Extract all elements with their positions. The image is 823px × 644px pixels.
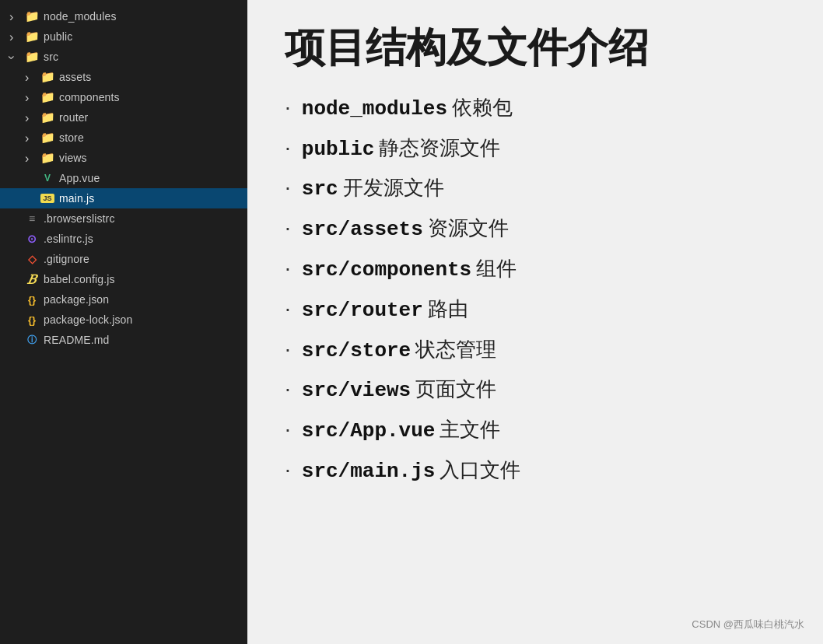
bullet-code: src/main.js bbox=[302, 459, 436, 485]
bullet-dot: · bbox=[285, 214, 291, 242]
bullet-dot: · bbox=[285, 335, 291, 363]
chevron-icon bbox=[9, 313, 22, 326]
sidebar-item-public[interactable]: ›📁public bbox=[0, 26, 247, 47]
bullet-code: src/router bbox=[302, 298, 423, 324]
sidebar-item-package-json[interactable]: {}package.json bbox=[0, 289, 247, 310]
bullet-dot: · bbox=[285, 295, 291, 323]
sidebar-item-package-lock[interactable]: {}package-lock.json bbox=[0, 310, 247, 330]
bullet-code: node_modules bbox=[302, 96, 447, 123]
folder-icon: 📁 bbox=[40, 90, 54, 104]
folder-icon: 📁 bbox=[25, 30, 39, 44]
page-title: 项目结构及文件介绍 bbox=[285, 25, 786, 72]
bullet-dot: · bbox=[285, 173, 291, 201]
bullet-desc: 开发源文件 bbox=[343, 175, 444, 201]
sidebar-item-src[interactable]: ›📁src bbox=[0, 47, 247, 67]
json-icon: {} bbox=[25, 313, 39, 327]
sidebar-item-label: main.js bbox=[59, 192, 94, 205]
folder-icon: 📁 bbox=[25, 9, 39, 23]
sidebar-item-label: App.vue bbox=[59, 172, 100, 184]
bullet-code: src/store bbox=[302, 338, 411, 365]
sidebar-item-router[interactable]: ›📁router bbox=[0, 107, 247, 128]
sidebar-item-assets[interactable]: ›📁assets bbox=[0, 67, 247, 87]
bullet-code: public bbox=[302, 137, 375, 163]
git-icon: ◇ bbox=[25, 252, 39, 266]
bullet-desc: 入口文件 bbox=[440, 457, 520, 484]
sidebar-item-label: src bbox=[44, 51, 58, 63]
babel-icon: 𝐵 bbox=[25, 272, 39, 286]
sidebar-item-readme[interactable]: ⓘREADME.md bbox=[0, 330, 247, 350]
js-icon: JS bbox=[40, 191, 54, 205]
chevron-icon bbox=[25, 192, 37, 205]
bullet-desc: 路由 bbox=[428, 296, 468, 323]
bullet-code: src/components bbox=[302, 257, 471, 284]
sidebar-item-gitignore[interactable]: ◇.gitignore bbox=[0, 249, 247, 269]
folder-icon: 📁 bbox=[40, 70, 54, 84]
sidebar-item-label: README.md bbox=[44, 334, 110, 346]
bullet-desc: 资源文件 bbox=[428, 215, 509, 242]
bullet-list: ·node_modules 依赖包·public 静态资源文件·src 开发源文… bbox=[285, 93, 786, 485]
sidebar-item-label: .gitignore bbox=[44, 253, 89, 265]
sidebar-item-main-js[interactable]: JSmain.js bbox=[0, 188, 247, 208]
list-item: ·src/assets 资源文件 bbox=[285, 214, 786, 243]
folder-icon: 📁 bbox=[25, 50, 39, 64]
sidebar-item-label: node_modules bbox=[44, 10, 117, 23]
chevron-icon bbox=[9, 273, 22, 285]
chevron-icon: › bbox=[25, 152, 37, 164]
readme-icon: ⓘ bbox=[25, 333, 39, 347]
bullet-code: src/assets bbox=[302, 217, 423, 243]
sidebar-item-label: views bbox=[59, 152, 87, 164]
watermark: CSDN @西瓜味白桃汽水 bbox=[692, 618, 804, 632]
bullet-code: src bbox=[302, 177, 338, 203]
chevron-icon bbox=[9, 212, 22, 225]
sidebar-item-label: .eslintrc.js bbox=[44, 233, 93, 245]
bullet-desc: 静态资源文件 bbox=[379, 135, 500, 162]
vue-icon: V bbox=[40, 171, 54, 185]
sidebar-item-store[interactable]: ›📁store bbox=[0, 128, 247, 148]
sidebar-item-label: package.json bbox=[44, 293, 109, 306]
list-item: ·src 开发源文件 bbox=[285, 173, 786, 203]
sidebar-item-browserslistrc[interactable]: ≡.browserslistrc bbox=[0, 208, 247, 229]
bullet-desc: 状态管理 bbox=[415, 337, 496, 363]
chevron-icon: › bbox=[9, 51, 22, 63]
bullet-desc: 组件 bbox=[476, 256, 517, 282]
list-item: ·src/components 组件 bbox=[285, 254, 786, 284]
sidebar-item-app-vue[interactable]: VApp.vue bbox=[0, 168, 247, 188]
chevron-icon bbox=[9, 233, 22, 245]
sidebar-item-label: store bbox=[59, 131, 84, 144]
file-explorer: ›📁node_modules›📁public›📁src›📁assets›📁com… bbox=[0, 0, 247, 644]
bullet-dot: · bbox=[285, 134, 291, 162]
sidebar-item-components[interactable]: ›📁components bbox=[0, 87, 247, 107]
sidebar-item-label: assets bbox=[59, 71, 91, 83]
bullet-dot: · bbox=[285, 456, 291, 484]
sidebar-item-label: babel.config.js bbox=[44, 273, 115, 285]
content-panel: 项目结构及文件介绍 ·node_modules 依赖包·public 静态资源文… bbox=[247, 0, 823, 644]
list-item: ·src/main.js 入口文件 bbox=[285, 456, 786, 485]
bullet-dot: · bbox=[285, 415, 291, 443]
chevron-icon: › bbox=[25, 131, 37, 144]
browsers-icon: ≡ bbox=[25, 212, 39, 226]
chevron-icon: › bbox=[25, 91, 37, 103]
folder-icon: 📁 bbox=[40, 110, 54, 124]
folder-icon: 📁 bbox=[40, 151, 54, 165]
list-item: ·src/App.vue 主文件 bbox=[285, 415, 786, 445]
list-item: ·src/router 路由 bbox=[285, 295, 786, 324]
sidebar-item-label: .browserslistrc bbox=[44, 212, 115, 225]
bullet-desc: 主文件 bbox=[440, 417, 500, 443]
chevron-icon: › bbox=[25, 111, 37, 124]
chevron-icon: › bbox=[9, 30, 22, 43]
sidebar-item-babel-config[interactable]: 𝐵babel.config.js bbox=[0, 269, 247, 289]
chevron-icon bbox=[25, 172, 37, 184]
bullet-desc: 依赖包 bbox=[452, 95, 513, 121]
sidebar-item-node-modules[interactable]: ›📁node_modules bbox=[0, 6, 247, 26]
sidebar-item-eslintrc[interactable]: ⊙.eslintrc.js bbox=[0, 229, 247, 249]
chevron-icon bbox=[9, 334, 22, 346]
list-item: ·public 静态资源文件 bbox=[285, 134, 786, 163]
bullet-code: src/App.vue bbox=[302, 418, 436, 445]
sidebar-item-label: package-lock.json bbox=[44, 313, 132, 326]
sidebar-item-views[interactable]: ›📁views bbox=[0, 148, 247, 168]
list-item: ·src/views 页面文件 bbox=[285, 375, 786, 404]
bullet-dot: · bbox=[285, 375, 291, 403]
bullet-code: src/views bbox=[302, 378, 411, 404]
sidebar-item-label: components bbox=[59, 91, 120, 103]
json-icon: {} bbox=[25, 292, 39, 306]
